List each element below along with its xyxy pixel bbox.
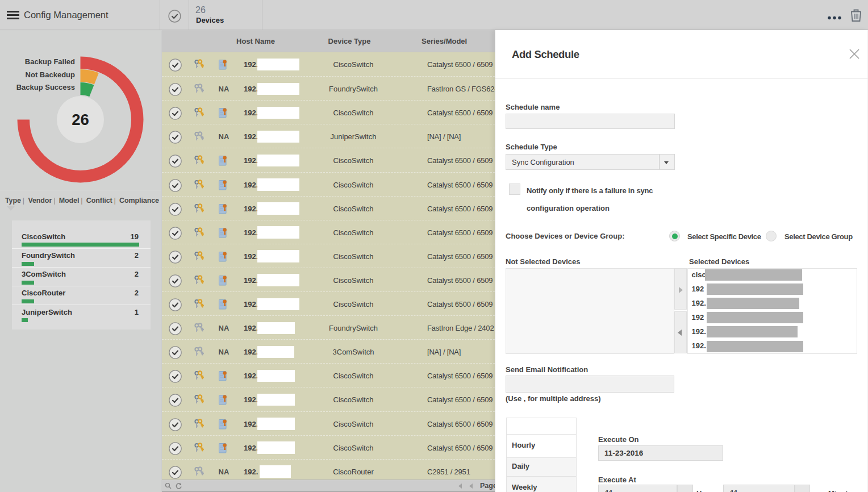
svg-text:26: 26 bbox=[72, 111, 89, 128]
